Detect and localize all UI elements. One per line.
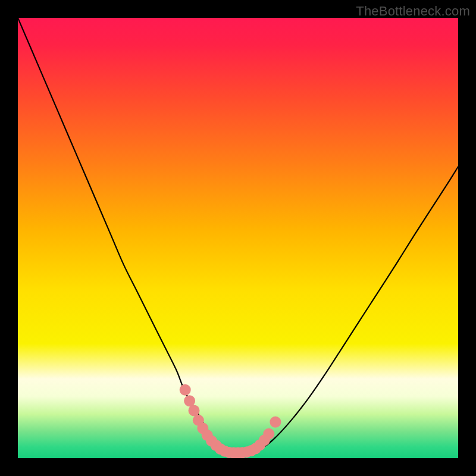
- curve-layer: [18, 18, 458, 458]
- watermark-text: TheBottleneck.com: [356, 4, 470, 19]
- marker-dot: [189, 405, 200, 416]
- marker-dot: [184, 395, 195, 406]
- marker-group: [180, 384, 281, 458]
- marker-dot: [263, 428, 274, 440]
- marker-dot: [180, 384, 191, 396]
- marker-dot: [270, 416, 281, 428]
- bottleneck-curve: [18, 18, 458, 453]
- plot-area: [18, 18, 458, 458]
- chart-frame: TheBottleneck.com: [0, 0, 476, 476]
